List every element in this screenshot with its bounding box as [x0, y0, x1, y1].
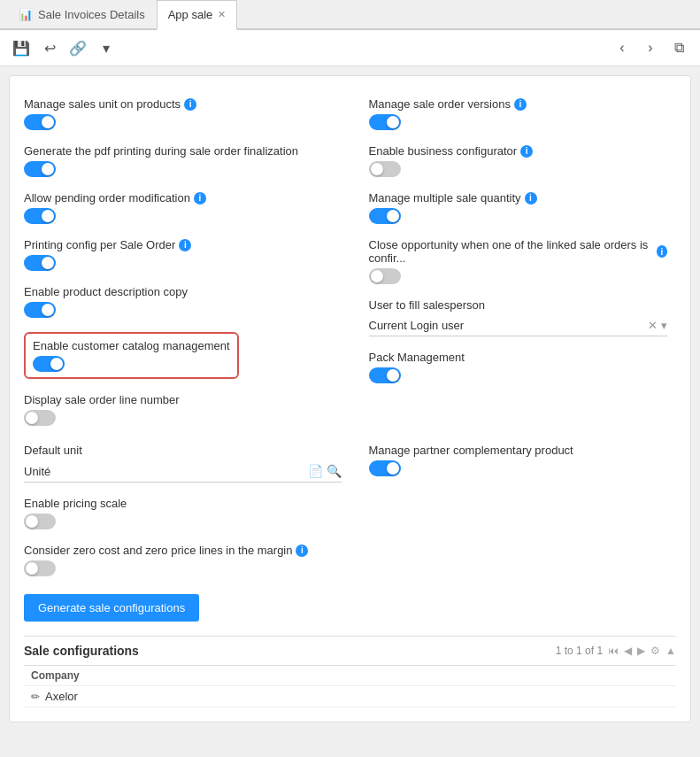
pack-management-label: Pack Management	[369, 351, 465, 364]
generate-pdf-label: Generate the pdf printing during sale or…	[24, 144, 298, 158]
company-value: Axelor	[45, 690, 78, 703]
document-icon[interactable]: 📄	[308, 464, 323, 478]
allow-pending-toggle[interactable]	[24, 208, 342, 224]
enable-business-configurator-toggle[interactable]	[369, 161, 668, 177]
back-button[interactable]: ↩	[37, 35, 62, 60]
close-opportunity-info-icon[interactable]: i	[657, 245, 667, 258]
setting-default-unit: Default unit Unité 📄 🔍	[24, 436, 350, 490]
first-page-icon[interactable]: ⏮	[608, 645, 619, 657]
bottom-settings-grid: Default unit Unité 📄 🔍 Manage partner co…	[24, 436, 676, 490]
manage-multiple-sale-qty-toggle[interactable]	[369, 208, 668, 224]
product-desc-copy-toggle[interactable]	[24, 302, 342, 318]
generate-button-container: Generate sale configurations	[24, 583, 676, 622]
setting-customer-catalog: Enable customer catalog management	[24, 325, 350, 386]
setting-enable-business-configurator: Enable business configurator i	[369, 137, 677, 184]
main-content: Manage sales unit on products i Generate…	[9, 75, 691, 722]
pack-management-toggle[interactable]	[369, 367, 668, 383]
setting-manage-sales-unit: Manage sales unit on products i	[24, 90, 350, 137]
config-table: Company ✏ Axelor	[24, 665, 676, 707]
manage-partner-complementary-toggle[interactable]	[369, 460, 668, 476]
search-field-icon[interactable]: 🔍	[327, 464, 342, 478]
dropdown-icon: ▾	[103, 40, 110, 57]
collapse-icon[interactable]: ▲	[665, 645, 676, 657]
manage-sales-unit-info-icon[interactable]: i	[184, 98, 196, 111]
display-sale-line-toggle[interactable]	[24, 410, 342, 426]
generate-sale-configurations-button[interactable]: Generate sale configurations	[24, 594, 199, 622]
setting-manage-multiple-sale-qty: Manage multiple sale quantity i	[369, 184, 677, 231]
default-unit-label: Default unit	[24, 444, 82, 457]
setting-consider-zero-cost: Consider zero cost and zero price lines …	[24, 537, 676, 583]
chevron-left-icon: ‹	[619, 40, 624, 56]
setting-product-desc-copy: Enable product description copy	[24, 278, 350, 325]
setting-manage-sale-order-versions: Manage sale order versions i	[369, 90, 677, 137]
manage-sales-unit-toggle[interactable]	[24, 114, 342, 130]
manage-multiple-sale-qty-info-icon[interactable]: i	[525, 192, 537, 205]
setting-allow-pending: Allow pending order modification i	[24, 184, 350, 231]
toolbar: 💾 ↩ 🔗 ▾ ‹ › ⧉	[0, 30, 700, 66]
clear-select-icon[interactable]: ✕	[648, 319, 658, 332]
edit-row-icon[interactable]: ✏	[31, 691, 40, 703]
section-info: 1 to 1 of 1 ⏮ ◀ ▶ ⚙ ▲	[556, 645, 676, 657]
setting-display-sale-line: Display sale order line number	[24, 386, 350, 433]
prev-button[interactable]: ‹	[610, 35, 635, 60]
enable-business-configurator-label: Enable business configurator	[369, 144, 518, 158]
right-column: Manage sale order versions i Enable busi…	[350, 90, 677, 433]
tab-sale-invoices[interactable]: 📊 Sale Invoices Details	[7, 0, 157, 28]
external-link-button[interactable]: ⧉	[666, 35, 691, 60]
customer-catalog-label: Enable customer catalog management	[33, 339, 230, 352]
setting-pack-management: Pack Management	[369, 344, 677, 390]
chart-icon: 📊	[19, 8, 33, 21]
printing-config-toggle[interactable]	[24, 255, 342, 271]
generate-pdf-toggle[interactable]	[24, 161, 342, 177]
printing-config-label: Printing config per Sale Order	[24, 238, 175, 251]
enable-pricing-scale-toggle[interactable]	[24, 514, 667, 529]
close-opportunity-toggle[interactable]	[369, 268, 668, 284]
prev-page-icon[interactable]: ◀	[624, 645, 632, 657]
save-button[interactable]: 💾	[9, 35, 34, 60]
pagination-text: 1 to 1 of 1	[556, 645, 603, 657]
sale-configurations-title: Sale configurations	[24, 644, 556, 658]
default-unit-value: Unité	[24, 465, 304, 478]
allow-pending-info-icon[interactable]: i	[194, 192, 206, 205]
toolbar-right: ‹ › ⧉	[610, 35, 691, 60]
next-page-icon[interactable]: ▶	[637, 645, 645, 657]
settings-icon[interactable]: ⚙	[650, 645, 660, 657]
product-desc-copy-label: Enable product description copy	[24, 285, 188, 298]
attach-icon: 🔗	[69, 40, 87, 57]
table-row: ✏ Axelor	[24, 686, 676, 707]
consider-zero-cost-info-icon[interactable]: i	[296, 545, 308, 557]
tab-bar: 📊 Sale Invoices Details App sale ✕	[0, 0, 700, 30]
back-icon: ↩	[44, 40, 56, 57]
enable-business-configurator-info-icon[interactable]: i	[520, 145, 533, 158]
manage-sale-order-versions-info-icon[interactable]: i	[514, 98, 527, 111]
customer-catalog-highlight: Enable customer catalog management	[24, 332, 239, 379]
setting-generate-pdf: Generate the pdf printing during sale or…	[24, 137, 350, 184]
dropdown-button[interactable]: ▾	[94, 35, 119, 60]
dropdown-select-icon[interactable]: ▾	[661, 319, 667, 332]
printing-config-info-icon[interactable]: i	[179, 239, 191, 251]
select-actions: ✕ ▾	[648, 319, 667, 332]
user-fill-salesperson-select[interactable]: Current Login user ✕ ▾	[369, 315, 668, 336]
settings-grid: Manage sales unit on products i Generate…	[24, 90, 676, 433]
close-tab-icon[interactable]: ✕	[218, 9, 226, 20]
field-icons: 📄 🔍	[308, 464, 342, 478]
display-sale-line-label: Display sale order line number	[24, 393, 180, 406]
consider-zero-cost-label: Consider zero cost and zero price lines …	[24, 544, 292, 557]
left-column: Manage sales unit on products i Generate…	[24, 90, 350, 433]
tab-app-sale-label: App sale	[168, 8, 213, 21]
default-unit-field[interactable]: Unité 📄 🔍	[24, 460, 342, 483]
setting-user-fill-salesperson: User to fill salesperson Current Login u…	[369, 291, 677, 344]
attach-button[interactable]: 🔗	[65, 35, 90, 60]
setting-printing-config: Printing config per Sale Order i	[24, 231, 350, 278]
tab-app-sale[interactable]: App sale ✕	[157, 0, 238, 30]
enable-pricing-scale-label: Enable pricing scale	[24, 497, 127, 510]
manage-multiple-sale-qty-label: Manage multiple sale quantity	[369, 191, 521, 205]
setting-enable-pricing-scale: Enable pricing scale	[24, 490, 676, 537]
allow-pending-label: Allow pending order modification	[24, 191, 190, 205]
sale-configurations-section-header: Sale configurations 1 to 1 of 1 ⏮ ◀ ▶ ⚙ …	[24, 636, 676, 665]
customer-catalog-toggle[interactable]	[33, 356, 230, 372]
config-table-header: Company	[24, 666, 676, 686]
next-button[interactable]: ›	[638, 35, 663, 60]
manage-sale-order-versions-toggle[interactable]	[369, 114, 668, 130]
consider-zero-cost-toggle[interactable]	[24, 560, 667, 576]
